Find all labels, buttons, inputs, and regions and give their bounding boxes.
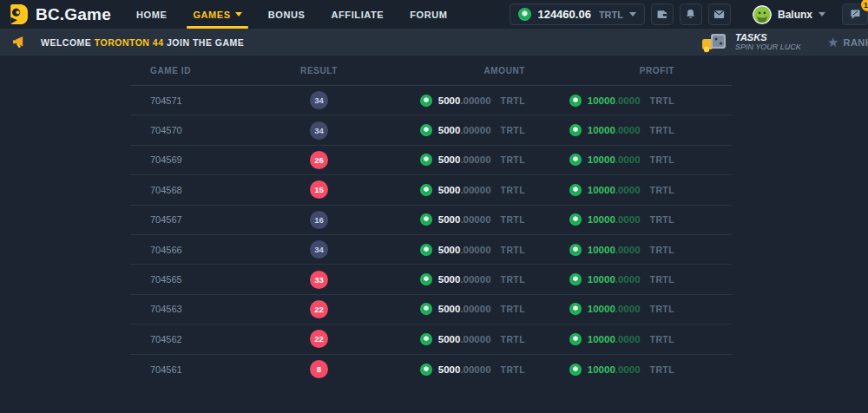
profit-currency: TRTL <box>650 245 674 255</box>
wallet-button[interactable] <box>651 3 674 25</box>
table-row: 704565 33 5000.00000 TRTL 10000.0000 TRT… <box>130 265 732 294</box>
table-header-row: GAME ID RESULT AMOUNT PROFIT <box>130 56 732 86</box>
result-badge: 34 <box>310 121 328 140</box>
chat-button[interactable]: 10 <box>842 3 868 25</box>
trtl-coin-icon <box>569 154 582 166</box>
table-row: 704566 34 5000.00000 TRTL 10000.0000 TRT… <box>130 235 732 265</box>
profit-cell: 10000.0000 TRTL <box>534 244 732 256</box>
col-header-amount: AMOUNT <box>369 66 534 75</box>
tasks-widget[interactable]: TASKS SPIN YOUR LUCK <box>701 29 801 56</box>
amount-cell: 5000.00000 TRTL <box>369 364 534 376</box>
game-id: 704565 <box>130 274 269 285</box>
user-name: Balunx <box>778 9 812 21</box>
result-badge: 34 <box>310 91 328 109</box>
megaphone-icon <box>10 34 28 51</box>
amount-cell: 5000.00000 TRTL <box>369 213 534 226</box>
trtl-coin-icon <box>420 213 432 226</box>
messages-button[interactable] <box>708 3 731 25</box>
profit-cell: 10000.0000 TRTL <box>534 273 732 285</box>
trtl-coin-icon <box>420 333 432 345</box>
balance-selector[interactable]: 124460.06 TRTL <box>510 3 645 25</box>
result-badge: 16 <box>310 211 328 229</box>
amount-cell: 5000.00000 TRTL <box>369 124 534 136</box>
trtl-coin-icon <box>569 124 582 136</box>
amount-cell: 5000.00000 TRTL <box>369 333 534 345</box>
profit-currency: TRTL <box>650 364 674 375</box>
result-badge: 22 <box>310 330 328 348</box>
profit-currency: TRTL <box>650 95 674 106</box>
game-id: 704571 <box>130 95 269 106</box>
profit-cell: 10000.0000 TRTL <box>534 124 732 136</box>
profit-currency: TRTL <box>650 154 674 165</box>
trtl-coin-icon <box>420 273 432 285</box>
amount-currency: TRTL <box>501 364 525 375</box>
profit-currency: TRTL <box>650 304 674 314</box>
trtl-coin-icon <box>569 364 582 376</box>
avatar <box>753 5 772 24</box>
table-row: 704570 34 5000.00000 TRTL 10000.0000 TRT… <box>130 115 732 145</box>
col-header-result: RESULT <box>269 66 369 75</box>
nav-item-affiliate[interactable]: AFFILIATE <box>318 0 397 29</box>
nav-item-games[interactable]: GAMES <box>180 0 254 29</box>
navbar-right: 124460.06 TRTL <box>510 3 868 25</box>
balance-amount: 124460.06 <box>537 8 590 21</box>
bets-table: GAME ID RESULT AMOUNT PROFIT 704571 34 5… <box>130 56 732 384</box>
profit-currency: TRTL <box>650 274 674 285</box>
notifications-button[interactable] <box>680 3 702 25</box>
table-row: 704562 22 5000.00000 TRTL 10000.0000 TRT… <box>130 324 732 354</box>
result-badge: 8 <box>310 360 328 378</box>
trtl-coin-icon <box>569 244 582 256</box>
tasks-subtitle: SPIN YOUR LUCK <box>735 43 801 52</box>
nav-item-home[interactable]: HOME <box>123 0 180 29</box>
table-row: 704569 26 5000.00000 TRTL 10000.0000 TRT… <box>130 146 732 175</box>
profit-currency: TRTL <box>650 334 674 344</box>
trtl-coin-icon <box>420 364 432 376</box>
user-menu[interactable]: Balunx <box>753 5 825 24</box>
table-row: 704563 22 5000.00000 TRTL 10000.0000 TRT… <box>130 295 732 324</box>
game-id: 704570 <box>130 125 269 135</box>
trtl-coin-icon <box>569 184 582 196</box>
result-badge: 34 <box>310 240 328 259</box>
top-navbar: BC.Game HOME GAMES BONUS AFFILIATE FORUM… <box>0 0 868 29</box>
profit-cell: 10000.0000 TRTL <box>534 95 732 107</box>
trtl-coin-icon <box>518 8 531 21</box>
amount-currency: TRTL <box>501 185 525 195</box>
profit-cell: 10000.0000 TRTL <box>534 154 732 166</box>
amount-cell: 5000.00000 TRTL <box>369 273 534 285</box>
amount-currency: TRTL <box>501 154 525 165</box>
trtl-coin-icon <box>420 154 432 166</box>
game-id: 704569 <box>130 154 269 165</box>
game-id: 704561 <box>130 364 269 375</box>
announcement-text: WELCOME TORONTON 44 JOIN THE GAME <box>41 37 244 48</box>
table-row: 704568 15 5000.00000 TRTL 10000.0000 TRT… <box>130 175 732 205</box>
trtl-coin-icon <box>569 303 582 315</box>
profit-cell: 10000.0000 TRTL <box>534 364 732 376</box>
game-id: 704562 <box>130 334 269 344</box>
tasks-labels: TASKS SPIN YOUR LUCK <box>735 32 801 52</box>
amount-currency: TRTL <box>501 125 525 135</box>
profit-currency: TRTL <box>650 214 674 225</box>
trtl-coin-icon <box>569 273 582 285</box>
nav-item-bonus[interactable]: BONUS <box>255 0 319 29</box>
brand-name: BC.Game <box>36 5 111 24</box>
main-nav: HOME GAMES BONUS AFFILIATE FORUM <box>123 0 461 29</box>
chat-icon <box>849 8 862 21</box>
rank-widget[interactable]: ★ RANK <box>827 29 868 56</box>
trtl-coin-icon <box>420 184 432 196</box>
result-badge: 15 <box>310 180 328 199</box>
nav-item-forum[interactable]: FORUM <box>397 0 460 29</box>
announcement-bar: WELCOME TORONTON 44 JOIN THE GAME TASKS … <box>0 29 868 56</box>
result-badge: 33 <box>310 271 328 289</box>
table-row: 704571 34 5000.00000 TRTL 10000.0000 TRT… <box>130 86 732 115</box>
profit-cell: 10000.0000 TRTL <box>534 184 732 196</box>
bcgame-logo-icon <box>7 3 29 25</box>
trtl-coin-icon <box>420 124 432 136</box>
col-header-profit: PROFIT <box>534 66 732 75</box>
amount-cell: 5000.00000 TRTL <box>369 95 534 107</box>
profit-cell: 10000.0000 TRTL <box>534 213 732 226</box>
mail-icon <box>713 8 726 21</box>
brand-logo-link[interactable]: BC.Game <box>0 3 123 25</box>
result-badge: 22 <box>310 300 328 318</box>
amount-currency: TRTL <box>501 304 525 314</box>
trtl-coin-icon <box>420 244 432 256</box>
